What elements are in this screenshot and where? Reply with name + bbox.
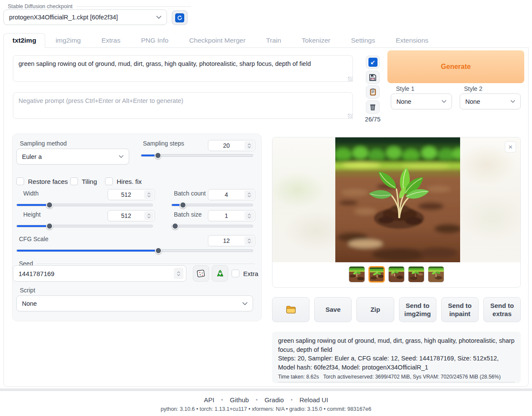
slider-thumb[interactable]: [46, 223, 53, 230]
gallery-blur-right: [459, 137, 520, 262]
stepper-icon[interactable]: [244, 141, 254, 150]
info-performance: Time taken: 8.62sTorch active/reserved: …: [278, 374, 515, 382]
height-value[interactable]: [108, 212, 144, 219]
close-gallery-button[interactable]: ×: [505, 141, 516, 152]
folder-icon: [286, 305, 296, 314]
gallery-thumbnails: [272, 266, 520, 283]
slider-thumb[interactable]: [179, 202, 186, 208]
tiling-checkbox-item[interactable]: Tiling: [70, 177, 97, 185]
stepper-icon[interactable]: [244, 211, 254, 220]
batch-count-slider[interactable]: [171, 204, 253, 206]
slider-thumb[interactable]: [172, 223, 179, 230]
extra-seed-checkbox-item[interactable]: Extra: [232, 270, 258, 277]
refresh-checkpoints-button[interactable]: [172, 10, 188, 25]
batch-count-input[interactable]: [208, 189, 255, 200]
tab-settings[interactable]: Settings: [340, 34, 385, 47]
height-input[interactable]: [108, 210, 155, 221]
tab-checkpoint-merger[interactable]: Checkpoint Merger: [179, 34, 256, 47]
slider-thumb[interactable]: [46, 202, 53, 208]
gallery-blur-left: [272, 137, 335, 262]
batch-count-value[interactable]: [208, 191, 244, 198]
apply-style-button[interactable]: [366, 85, 380, 99]
width-value[interactable]: [108, 191, 144, 198]
tab-tokenizer[interactable]: Tokenizer: [291, 34, 340, 47]
thumbnail-2-selected[interactable]: [368, 266, 385, 283]
seed-value[interactable]: [19, 270, 174, 277]
stepper-icon[interactable]: [244, 236, 254, 245]
negative-prompt-input[interactable]: [13, 92, 353, 119]
tab-extensions[interactable]: Extensions: [385, 34, 439, 47]
chevron-down-icon: [119, 155, 124, 158]
stepper-icon[interactable]: [144, 190, 154, 199]
footer-link-github[interactable]: Github: [230, 396, 249, 404]
thumbnail-4[interactable]: [408, 266, 424, 283]
paste-generation-params-button[interactable]: ↙: [366, 56, 380, 69]
chevron-down-icon: [442, 100, 446, 103]
send-to-inpaint-button[interactable]: Send to inpaint: [441, 297, 479, 322]
thumbnail-5[interactable]: [428, 266, 444, 283]
random-seed-button[interactable]: [193, 265, 209, 282]
generated-image[interactable]: [335, 137, 460, 262]
clear-prompt-button[interactable]: [366, 100, 380, 114]
floppy-disk-icon: [368, 73, 377, 82]
hires-fix-checkbox-item[interactable]: Hires. fix: [105, 177, 142, 185]
stepper-icon[interactable]: [244, 190, 254, 199]
seed-input[interactable]: [13, 265, 186, 282]
checkbox[interactable]: [105, 177, 113, 185]
reuse-seed-button[interactable]: [212, 265, 228, 282]
cfg-scale-input[interactable]: [208, 235, 255, 246]
open-folder-button[interactable]: [272, 297, 309, 322]
sampling-method-dropdown[interactable]: Euler a: [16, 149, 129, 165]
cfg-scale-slider[interactable]: [16, 249, 253, 252]
tab-train[interactable]: Train: [256, 34, 291, 47]
style1-dropdown[interactable]: None: [391, 93, 452, 109]
width-slider[interactable]: [16, 204, 153, 206]
checkpoint-value: protogenX34OfficialR_1.ckpt [60fe2f34]: [9, 14, 156, 21]
tab-png-info[interactable]: PNG Info: [131, 34, 179, 47]
width-label: Width: [23, 190, 39, 197]
sampling-steps-slider[interactable]: [141, 154, 253, 157]
tab-img2img[interactable]: img2img: [45, 34, 91, 47]
stepper-icon[interactable]: [174, 268, 183, 279]
checkbox[interactable]: [70, 177, 78, 185]
send-to-extras-button[interactable]: Send to extras: [483, 297, 521, 322]
save-style-button[interactable]: [366, 71, 380, 84]
send-to-img2img-button[interactable]: Send to img2img: [399, 297, 436, 322]
generate-button[interactable]: Generate: [387, 50, 524, 83]
height-slider[interactable]: [16, 225, 153, 227]
thumbnail-1[interactable]: [349, 266, 365, 283]
dice-icon: [196, 269, 206, 278]
arrow-sw-icon: ↙: [368, 58, 377, 67]
style2-dropdown[interactable]: None: [460, 93, 521, 109]
style2-label: Style 2: [464, 85, 483, 92]
checkbox[interactable]: [16, 177, 24, 185]
thumbnail-3[interactable]: [388, 266, 405, 283]
footer-links: API • Github • Gradio • Reload UI: [0, 396, 532, 404]
footer-link-gradio[interactable]: Gradio: [264, 396, 284, 404]
prompt-input[interactable]: green sapling rowing out of ground, mud,…: [13, 55, 353, 82]
checkpoint-dropdown[interactable]: protogenX34OfficialR_1.ckpt [60fe2f34]: [3, 9, 167, 25]
script-label: Script: [20, 287, 35, 294]
footer-link-reload-ui[interactable]: Reload UI: [300, 396, 328, 404]
footer-separator: •: [256, 397, 257, 403]
width-input[interactable]: [108, 189, 155, 200]
tab-extras[interactable]: Extras: [91, 34, 131, 47]
batch-size-input[interactable]: [208, 210, 255, 221]
height-label: Height: [23, 211, 40, 218]
batch-size-value[interactable]: [208, 212, 244, 219]
stepper-icon[interactable]: [144, 211, 154, 220]
tab-txt2img[interactable]: txt2img: [3, 33, 45, 48]
restore-faces-checkbox-item[interactable]: Restore faces: [16, 177, 68, 185]
slider-thumb[interactable]: [155, 152, 161, 159]
sampling-steps-value[interactable]: [208, 142, 244, 149]
cfg-scale-value[interactable]: [208, 237, 244, 244]
slider-thumb[interactable]: [155, 247, 162, 254]
save-button[interactable]: Save: [314, 297, 352, 322]
batch-size-slider[interactable]: [171, 225, 253, 227]
zip-button[interactable]: Zip: [356, 297, 394, 322]
checkbox[interactable]: [232, 270, 239, 277]
script-dropdown[interactable]: None: [16, 295, 253, 311]
extra-label: Extra: [243, 270, 258, 277]
sampling-steps-input[interactable]: [208, 140, 255, 151]
footer-link-api[interactable]: API: [204, 396, 214, 404]
